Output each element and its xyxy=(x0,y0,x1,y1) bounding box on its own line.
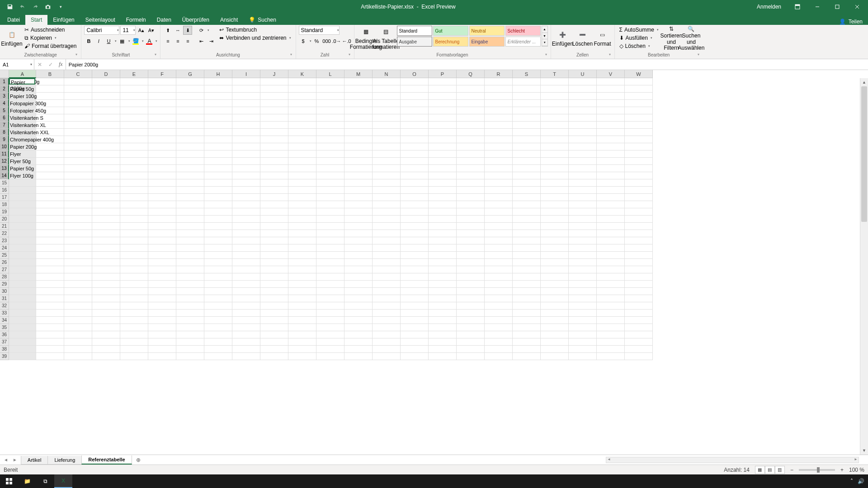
cell-K39[interactable] xyxy=(288,353,316,360)
cell-G28[interactable] xyxy=(176,273,204,281)
cell-R7[interactable] xyxy=(485,122,513,129)
cell-T6[interactable] xyxy=(541,114,569,122)
row-header-19[interactable]: 19 xyxy=(0,208,9,216)
cell-T15[interactable] xyxy=(541,179,569,187)
cell-T9[interactable] xyxy=(541,136,569,143)
cell-L21[interactable] xyxy=(316,223,344,230)
cell-B21[interactable] xyxy=(36,223,64,230)
cell-E36[interactable] xyxy=(120,331,148,338)
cell-I14[interactable] xyxy=(232,172,260,179)
cell-M1[interactable] xyxy=(344,78,373,85)
cell-M36[interactable] xyxy=(344,331,373,338)
excel-taskbar-icon[interactable]: X xyxy=(54,474,72,488)
cell-D18[interactable] xyxy=(92,201,120,208)
cell-A38[interactable] xyxy=(9,346,36,353)
cell-G13[interactable] xyxy=(176,165,204,172)
cell-F30[interactable] xyxy=(148,288,176,295)
cell-C8[interactable] xyxy=(64,129,92,136)
cell-F13[interactable] xyxy=(148,165,176,172)
cell-L18[interactable] xyxy=(316,201,344,208)
row-header-30[interactable]: 30 xyxy=(0,288,9,295)
cell-W30[interactable] xyxy=(625,288,653,295)
cell-J36[interactable] xyxy=(260,331,288,338)
cell-H18[interactable] xyxy=(204,201,232,208)
cell-E25[interactable] xyxy=(120,252,148,259)
wrap-text-button[interactable]: ↩Textumbruch xyxy=(217,26,292,34)
cell-L15[interactable] xyxy=(316,179,344,187)
cell-F31[interactable] xyxy=(148,295,176,302)
cell-L4[interactable] xyxy=(316,100,344,107)
cell-H34[interactable] xyxy=(204,317,232,324)
cell-V30[interactable] xyxy=(597,288,625,295)
border-dropdown[interactable]: ▾ xyxy=(127,39,130,43)
cell-C31[interactable] xyxy=(64,295,92,302)
row-header-8[interactable]: 8 xyxy=(0,129,9,136)
cell-A12[interactable]: Flyer 50g xyxy=(9,158,36,165)
cell-O18[interactable] xyxy=(401,201,429,208)
cell-M9[interactable] xyxy=(344,136,373,143)
cell-J31[interactable] xyxy=(260,295,288,302)
cell-I8[interactable] xyxy=(232,129,260,136)
cell-F15[interactable] xyxy=(148,179,176,187)
cell-D25[interactable] xyxy=(92,252,120,259)
cell-O5[interactable] xyxy=(401,107,429,114)
cell-N17[interactable] xyxy=(373,194,401,201)
cell-P2[interactable] xyxy=(429,85,457,93)
underline-dropdown[interactable]: ▾ xyxy=(114,39,117,43)
cell-S21[interactable] xyxy=(513,223,541,230)
cell-W34[interactable] xyxy=(625,317,653,324)
cell-C1[interactable] xyxy=(64,78,92,85)
cell-J26[interactable] xyxy=(260,259,288,266)
row-header-3[interactable]: 3 xyxy=(0,93,9,100)
cell-C6[interactable] xyxy=(64,114,92,122)
style-gut[interactable]: Gut xyxy=(433,26,468,36)
cell-D4[interactable] xyxy=(92,100,120,107)
cell-K24[interactable] xyxy=(288,244,316,252)
cell-D29[interactable] xyxy=(92,281,120,288)
cell-V25[interactable] xyxy=(597,252,625,259)
cell-Q19[interactable] xyxy=(457,208,485,216)
cell-B35[interactable] xyxy=(36,324,64,331)
cell-T16[interactable] xyxy=(541,187,569,194)
cell-A18[interactable] xyxy=(9,201,36,208)
cell-M13[interactable] xyxy=(344,165,373,172)
cell-T22[interactable] xyxy=(541,230,569,237)
cell-H11[interactable] xyxy=(204,150,232,158)
cell-I1[interactable] xyxy=(232,78,260,85)
cell-P25[interactable] xyxy=(429,252,457,259)
cell-Q23[interactable] xyxy=(457,237,485,244)
cell-G6[interactable] xyxy=(176,114,204,122)
cell-C9[interactable] xyxy=(64,136,92,143)
cell-A19[interactable] xyxy=(9,208,36,216)
cell-M2[interactable] xyxy=(344,85,373,93)
cell-H28[interactable] xyxy=(204,273,232,281)
cell-E9[interactable] xyxy=(120,136,148,143)
cell-D28[interactable] xyxy=(92,273,120,281)
cut-button[interactable]: ✂Ausschneiden xyxy=(23,26,78,34)
cell-L38[interactable] xyxy=(316,346,344,353)
cell-S2[interactable] xyxy=(513,85,541,93)
scroll-down-icon[interactable]: ▼ xyxy=(860,446,868,455)
cell-K28[interactable] xyxy=(288,273,316,281)
cell-J28[interactable] xyxy=(260,273,288,281)
cell-W17[interactable] xyxy=(625,194,653,201)
cell-W32[interactable] xyxy=(625,302,653,310)
cell-O24[interactable] xyxy=(401,244,429,252)
cell-V24[interactable] xyxy=(597,244,625,252)
cell-D38[interactable] xyxy=(92,346,120,353)
cell-L35[interactable] xyxy=(316,324,344,331)
cell-R6[interactable] xyxy=(485,114,513,122)
cell-R14[interactable] xyxy=(485,172,513,179)
tab-daten[interactable]: Daten xyxy=(151,15,177,25)
cell-B13[interactable] xyxy=(36,165,64,172)
cell-B15[interactable] xyxy=(36,179,64,187)
cell-E35[interactable] xyxy=(120,324,148,331)
cell-M35[interactable] xyxy=(344,324,373,331)
cell-M14[interactable] xyxy=(344,172,373,179)
row-header-38[interactable]: 38 xyxy=(0,346,9,353)
cell-R34[interactable] xyxy=(485,317,513,324)
cell-U30[interactable] xyxy=(569,288,597,295)
cell-W38[interactable] xyxy=(625,346,653,353)
cell-H27[interactable] xyxy=(204,266,232,273)
cell-P36[interactable] xyxy=(429,331,457,338)
